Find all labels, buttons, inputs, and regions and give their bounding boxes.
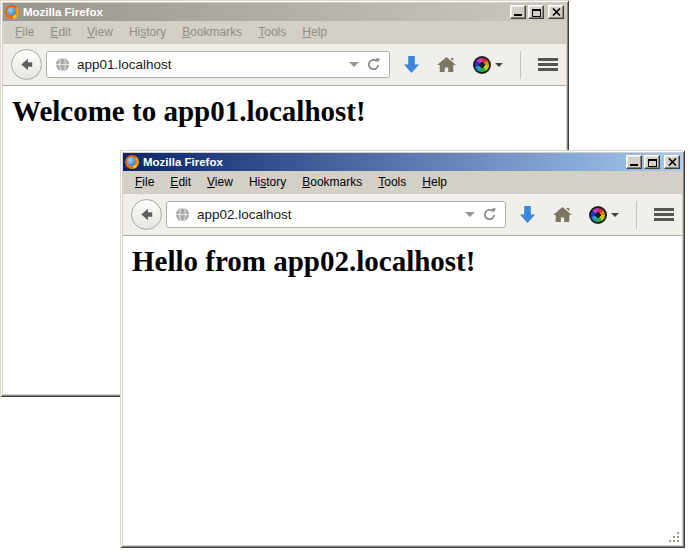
- urlbar-dropdown-icon[interactable]: [465, 212, 475, 217]
- window-title: Mozilla Firefox: [143, 156, 622, 168]
- home-button[interactable]: [553, 206, 572, 223]
- page-heading: Hello from app02.localhost!: [132, 245, 682, 278]
- reload-icon[interactable]: [366, 57, 381, 72]
- page-content: Hello from app02.localhost!: [123, 236, 682, 545]
- close-icon: [668, 158, 677, 166]
- navigation-toolbar: app01.localhost: [3, 44, 566, 86]
- menu-item-edit[interactable]: Edit: [42, 22, 79, 42]
- maximize-button[interactable]: [644, 155, 660, 169]
- menu-item-help[interactable]: Help: [414, 172, 455, 192]
- download-button[interactable]: [403, 55, 420, 74]
- addon-button[interactable]: [589, 206, 619, 224]
- menu-item-file[interactable]: File: [7, 22, 42, 42]
- back-icon: [18, 56, 35, 73]
- maximize-button[interactable]: [528, 5, 544, 19]
- menu-item-history[interactable]: History: [241, 172, 294, 192]
- browser-window-app02: Mozilla Firefox File Edit View History B…: [120, 150, 685, 548]
- back-icon: [138, 206, 155, 223]
- titlebar[interactable]: Mozilla Firefox: [123, 153, 682, 171]
- toolbar-separator: [520, 51, 521, 79]
- url-text: app01.localhost: [77, 57, 342, 72]
- window-title: Mozilla Firefox: [23, 6, 506, 18]
- menu-item-edit[interactable]: Edit: [162, 172, 199, 192]
- firefox-icon: [125, 155, 139, 169]
- url-text: app02.localhost: [197, 207, 458, 222]
- menu-item-view[interactable]: View: [79, 22, 121, 42]
- menu-item-bookmarks[interactable]: Bookmarks: [174, 22, 250, 42]
- url-bar[interactable]: app02.localhost: [166, 201, 506, 228]
- maximize-icon: [532, 9, 541, 17]
- close-button[interactable]: [664, 155, 680, 169]
- resize-grip[interactable]: [668, 531, 681, 544]
- menu-item-view[interactable]: View: [199, 172, 241, 192]
- menu-button-hamburger-icon[interactable]: [654, 208, 674, 221]
- site-identity-globe-icon: [175, 207, 190, 222]
- download-button[interactable]: [519, 205, 536, 224]
- maximize-icon: [648, 159, 657, 167]
- menubar: File Edit View History Bookmarks Tools H…: [123, 171, 682, 194]
- menu-item-history[interactable]: History: [121, 22, 174, 42]
- chevron-down-icon: [495, 63, 503, 67]
- close-icon: [552, 8, 561, 16]
- minimize-icon: [630, 164, 638, 166]
- minimize-icon: [514, 14, 522, 16]
- chevron-down-icon: [611, 213, 619, 217]
- url-bar[interactable]: app01.localhost: [46, 51, 390, 78]
- menu-item-bookmarks[interactable]: Bookmarks: [294, 172, 370, 192]
- page-heading: Welcome to app01.localhost!: [12, 95, 566, 128]
- color-wheel-icon: [473, 56, 491, 74]
- back-button[interactable]: [131, 199, 162, 230]
- reload-icon[interactable]: [482, 207, 497, 222]
- minimize-button[interactable]: [510, 5, 526, 19]
- addon-button[interactable]: [473, 56, 503, 74]
- back-button[interactable]: [11, 49, 42, 80]
- urlbar-dropdown-icon[interactable]: [349, 62, 359, 67]
- close-button[interactable]: [548, 5, 564, 19]
- color-wheel-icon: [589, 206, 607, 224]
- menu-item-file[interactable]: File: [127, 172, 162, 192]
- menu-item-tools[interactable]: Tools: [370, 172, 414, 192]
- site-identity-globe-icon: [55, 57, 70, 72]
- menubar: File Edit View History Bookmarks Tools H…: [3, 21, 566, 44]
- minimize-button[interactable]: [626, 155, 642, 169]
- menu-button-hamburger-icon[interactable]: [538, 58, 558, 71]
- menu-item-help[interactable]: Help: [294, 22, 335, 42]
- toolbar-icons: [403, 51, 558, 79]
- firefox-icon: [5, 5, 19, 19]
- menu-item-tools[interactable]: Tools: [250, 22, 294, 42]
- toolbar-icons: [519, 201, 674, 229]
- navigation-toolbar: app02.localhost: [123, 194, 682, 236]
- titlebar[interactable]: Mozilla Firefox: [3, 3, 566, 21]
- toolbar-separator: [636, 201, 637, 229]
- home-button[interactable]: [437, 56, 456, 73]
